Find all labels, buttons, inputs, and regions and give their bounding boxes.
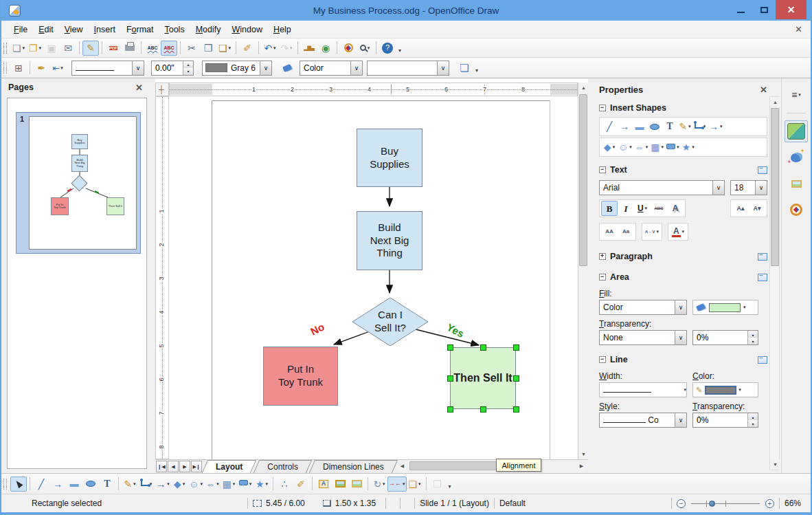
rotate-button[interactable]: ↻▾ <box>371 476 387 492</box>
area-fill-color-picker[interactable]: ▾ <box>692 300 758 315</box>
insert-image-button[interactable] <box>332 476 348 492</box>
chevron-down-icon[interactable]: ▾ <box>216 481 219 487</box>
minimize-button[interactable] <box>729 0 752 19</box>
arrow-button[interactable]: → <box>49 476 66 492</box>
insert-connector-button[interactable]: ▾ <box>692 119 708 134</box>
chevron-down-icon[interactable]: ▾ <box>798 92 801 98</box>
styles-window-button[interactable]: ⊞ <box>10 61 27 76</box>
chevron-down-icon[interactable]: ▾ <box>720 124 723 129</box>
chevron-down-icon[interactable]: ▾ <box>290 45 293 51</box>
properties-close-icon[interactable]: ✕ <box>760 85 767 95</box>
alignment-button[interactable]: →←▾ <box>387 476 407 492</box>
insert-curve-button[interactable]: ✎▾ <box>677 119 692 134</box>
menu-window[interactable]: Window <box>226 22 267 37</box>
chevron-down-icon[interactable]: ▾ <box>39 45 42 51</box>
menu-file[interactable]: File <box>8 22 33 37</box>
lowercase-button[interactable]: Aa <box>618 224 634 239</box>
bold-button[interactable]: B <box>601 201 618 216</box>
ellipse-button[interactable] <box>82 476 99 492</box>
zoom-button[interactable]: ▾ <box>357 41 373 56</box>
chevron-down-icon[interactable]: ▾ <box>682 229 685 234</box>
menu-insert[interactable]: Insert <box>89 22 121 37</box>
tab-dimension-lines[interactable]: Dimension Lines <box>312 460 395 473</box>
menu-tools[interactable]: Tools <box>159 22 190 37</box>
horizontal-scroll-thumb[interactable] <box>409 461 497 470</box>
first-page-button[interactable]: ❙◀ <box>156 461 167 472</box>
line-dialog-button[interactable]: ✒ <box>33 61 49 76</box>
basic-shapes-button[interactable]: ◆▾ <box>602 140 617 155</box>
collapse-icon[interactable] <box>599 356 606 363</box>
chevron-down-icon[interactable]: ▾ <box>613 144 616 150</box>
section-area[interactable]: Area <box>599 270 767 285</box>
email-button[interactable]: ✉ <box>60 41 76 56</box>
increase-font-size-button[interactable]: A▴ <box>732 201 749 216</box>
chevron-down-icon[interactable]: ▾ <box>662 144 664 150</box>
selection-handle[interactable] <box>480 406 486 413</box>
block-arrows-button[interactable]: ⇔▾ <box>633 140 650 155</box>
section-line[interactable]: Line <box>599 352 767 367</box>
flowchart-node-can-i-sell-it[interactable]: Can I Sell It? <box>363 311 418 333</box>
tab-layout[interactable]: Layout <box>205 460 253 473</box>
line-button[interactable]: ╱ <box>33 476 49 492</box>
horizontal-ruler[interactable]: 12345678 <box>169 83 578 96</box>
text-button[interactable]: T <box>99 476 115 492</box>
copy-button[interactable]: ❒ <box>200 41 216 56</box>
section-text[interactable]: Text <box>599 162 767 177</box>
spin-down-icon[interactable]: ▾ <box>183 68 193 75</box>
rectangle-button[interactable]: ▬ <box>66 476 82 492</box>
close-document-icon[interactable]: ✕ <box>795 24 802 34</box>
insert-lines-arrows-button[interactable]: →▾ <box>708 119 724 134</box>
sidebar-tab-gallery[interactable] <box>785 173 808 195</box>
chevron-down-icon[interactable]: ▾ <box>383 481 385 487</box>
drawing-viewport[interactable]: Buy Supplies Build Next Big Thing Can I … <box>169 96 578 459</box>
callout-shapes-button[interactable]: ▾ <box>237 476 253 492</box>
selection-handle[interactable] <box>447 406 453 413</box>
close-button[interactable]: ✕ <box>776 0 807 19</box>
selection-handle[interactable] <box>513 406 519 413</box>
vertical-scrollbar[interactable]: ▲ ▼ <box>578 83 588 459</box>
flowchart-node-build-next-big-thing[interactable]: Build Next Big Thing <box>357 211 422 270</box>
sidebar-menu-button[interactable]: ≡▾ <box>785 84 808 106</box>
chevron-down-icon[interactable]: ▾ <box>23 45 25 51</box>
new-document-button[interactable]: ❏▾ <box>10 41 27 56</box>
scroll-up-icon[interactable]: ▲ <box>770 97 780 107</box>
spin-up-icon[interactable]: ▴ <box>748 331 758 338</box>
collapse-icon[interactable] <box>599 166 606 173</box>
symbol-shapes-button[interactable]: ☺▾ <box>617 140 633 155</box>
horizontal-scrollbar[interactable]: ◀ ▶ <box>397 461 587 472</box>
lines-arrows-button[interactable]: →▾ <box>155 476 171 492</box>
spin-down-icon[interactable]: ▾ <box>748 338 758 344</box>
zoom-slider[interactable] <box>691 499 760 508</box>
italic-button[interactable]: I <box>618 201 634 216</box>
symbol-shapes-button[interactable]: ☺▾ <box>188 476 204 492</box>
print-button[interactable] <box>122 41 138 56</box>
menu-format[interactable]: Format <box>121 22 159 37</box>
line-style-combo2[interactable]: Co ∨ <box>599 413 687 428</box>
star-shapes-button[interactable]: ★▾ <box>253 476 270 492</box>
toolbar-overflow-icon[interactable]: ▾ <box>449 483 451 490</box>
gallery-button[interactable] <box>348 476 365 492</box>
flowchart-node-put-in-toy-trunk[interactable]: Put In Toy Trunk <box>263 347 338 406</box>
area-dialog-launcher-icon[interactable] <box>758 274 767 281</box>
edit-mode-button[interactable]: ✎ <box>82 41 99 56</box>
chevron-down-icon[interactable]: ▾ <box>133 481 136 487</box>
chevron-down-icon[interactable]: ▾ <box>629 144 632 150</box>
clone-formatting-button[interactable]: ✐ <box>239 41 256 56</box>
strikethrough-button[interactable]: ABC <box>651 201 667 216</box>
scroll-down-icon[interactable]: ▼ <box>578 449 589 459</box>
line-style-combo[interactable]: ∨ <box>71 61 144 76</box>
chevron-down-icon[interactable]: ▾ <box>183 481 185 487</box>
vertical-ruler[interactable]: 12345678 <box>155 96 169 459</box>
toolbar-overflow-icon[interactable]: ▾ <box>475 67 478 74</box>
curve-button[interactable]: ✎▾ <box>122 476 138 492</box>
zoom-in-button[interactable]: + <box>765 499 774 508</box>
pages-close-icon[interactable]: ✕ <box>135 83 143 93</box>
chevron-down-icon[interactable]: ▾ <box>646 144 649 150</box>
insert-chart-button[interactable]: ▂▇▄ <box>301 41 317 56</box>
selection-handle[interactable] <box>447 344 453 351</box>
slide-status[interactable]: Slide 1 / 1 (Layout) <box>420 498 489 508</box>
zoom-out-button[interactable]: − <box>677 499 686 508</box>
font-color-button[interactable]: A▾ <box>670 224 686 239</box>
chevron-down-icon[interactable]: ▾ <box>229 45 232 51</box>
maximize-button[interactable] <box>752 0 776 19</box>
